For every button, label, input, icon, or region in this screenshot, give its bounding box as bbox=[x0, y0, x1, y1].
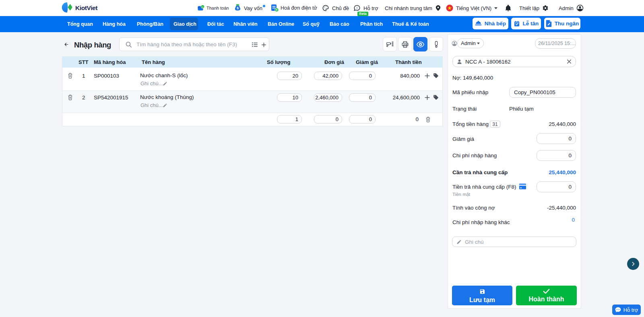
svg-text:!: ! bbox=[357, 6, 357, 10]
svg-text:$: $ bbox=[237, 6, 239, 10]
